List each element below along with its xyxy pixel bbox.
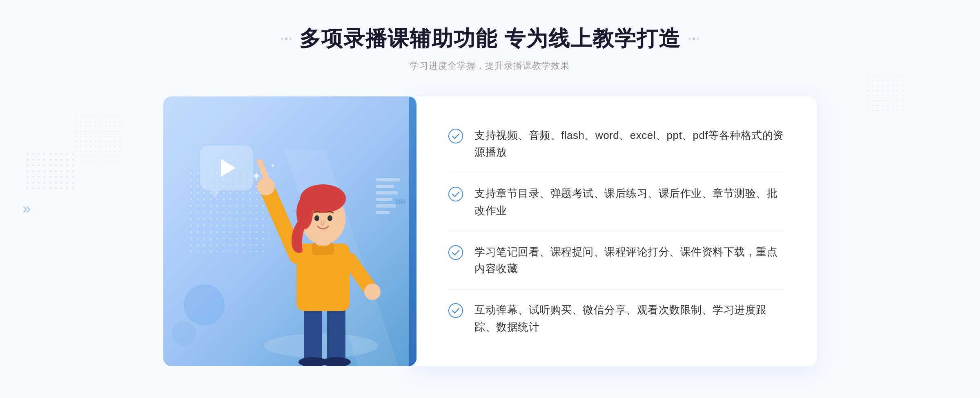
human-figure-svg: ✦ ✦ [243,150,399,366]
feature-item-4: 互动弹幕、试听购买、微信分享、观看次数限制、学习进度跟踪、数据统计 [448,293,784,344]
divider-1 [448,173,784,173]
feature-item-3: 学习笔记回看、课程提问、课程评论打分、课件资料下载，重点内容收藏 [448,235,784,286]
header-title-row: 多项录播课辅助功能 专为线上教学打造 [281,25,699,53]
svg-text:✦: ✦ [252,170,261,183]
divider-2 [448,231,784,231]
check-circle-icon-2 [448,187,463,201]
feature-text-4: 互动弹幕、试听购买、微信分享、观看次数限制、学习进度跟踪、数据统计 [474,302,784,335]
header-section: 多项录播课辅助功能 专为线上教学打造 学习进度全掌握，提升录播课教学效果 [281,25,699,72]
svg-point-12 [364,284,381,300]
page-container: » 多项录播课辅助功能 专为线上教学打造 学习进度全掌握，提升录播课教学效果 [0,0,980,398]
title-dots-left [281,38,291,40]
title-dots-right [689,38,699,40]
dot [692,37,695,40]
check-circle-icon-3 [448,245,463,260]
sub-title: 学习进度全掌握，提升录播课教学效果 [410,60,570,72]
content-area: ✦ ✦ »» 支持视频、音频、flash、word、excel、ppt、pdf等… [163,96,817,366]
divider-3 [448,289,784,290]
feature-text-3: 学习笔记回看、课程提问、课程评论打分、课件资料下载，重点内容收藏 [474,244,784,277]
check-circle-icon-4 [448,303,463,318]
svg-point-17 [314,215,319,221]
svg-point-21 [449,129,463,143]
bg-arrow-left: » [22,200,31,217]
svg-point-23 [449,246,463,259]
feature-item-2: 支持章节目录、弹题考试、课后练习、课后作业、章节测验、批改作业 [448,177,784,227]
circle-deco-small [172,321,196,346]
main-title: 多项录播课辅助功能 专为线上教学打造 [299,25,681,53]
feature-text-2: 支持章节目录、弹题考试、课后练习、课后作业、章节测验、批改作业 [474,185,784,219]
bg-dots-right [866,74,906,114]
bg-dots-left [74,114,122,163]
dot [289,38,292,40]
play-icon [221,159,236,177]
feature-text-1: 支持视频、音频、flash、word、excel、ppt、pdf等各种格式的资源… [474,127,784,161]
dot [697,38,699,40]
illustration-panel: ✦ ✦ »» [163,96,416,366]
svg-text:✦: ✦ [270,162,275,169]
dot [281,38,283,40]
circle-deco-large [184,284,225,325]
feature-item-1: 支持视频、音频、flash、word、excel、ppt、pdf等各种格式的资源… [448,119,784,169]
blue-sidebar [409,96,416,366]
outer-dots-extra [24,151,78,192]
content-panel: 支持视频、音频、flash、word、excel、ppt、pdf等各种格式的资源… [416,96,817,366]
svg-rect-2 [304,305,322,362]
svg-rect-3 [327,305,345,362]
svg-point-24 [449,304,463,318]
svg-point-18 [327,215,332,221]
svg-point-5 [322,357,351,366]
svg-point-22 [449,187,463,201]
check-circle-icon-1 [448,129,463,143]
dot [688,38,691,40]
dot [285,37,288,40]
